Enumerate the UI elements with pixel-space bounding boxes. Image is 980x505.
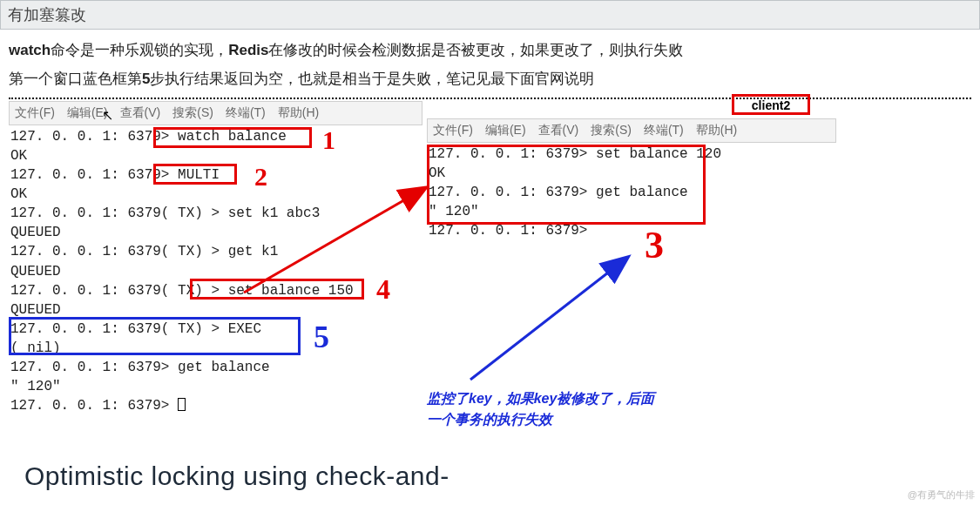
line: OK bbox=[10, 148, 27, 164]
page-title-bar: 有加塞篡改 bbox=[0, 0, 980, 30]
menu-term[interactable]: 终端(T) bbox=[226, 105, 266, 121]
line: QUEUED bbox=[10, 302, 61, 318]
menu-view[interactable]: 查看(V) bbox=[538, 123, 579, 138]
desc-line-1: watch命令是一种乐观锁的实现，Redis在修改的时候会检测数据是否被更改，如… bbox=[9, 40, 971, 60]
note-line-2: 一个事务的执行失效 bbox=[427, 409, 654, 430]
box-multi bbox=[153, 164, 237, 185]
box-watch-balance bbox=[153, 127, 312, 148]
terminal-client1: 文件(F) 编辑(E) 查看(V) 搜索(S) 终端(T) 帮助(H) ↖ 12… bbox=[9, 101, 422, 415]
box-exec-nil bbox=[9, 317, 301, 355]
line: " 120" bbox=[10, 379, 61, 394]
client2-label: client2 bbox=[752, 98, 790, 112]
anno-num-3: 3 bbox=[645, 223, 664, 267]
menu-file[interactable]: 文件(F) bbox=[15, 105, 55, 121]
menu-edit[interactable]: 编辑(E) bbox=[485, 123, 526, 138]
box-set-balance-150 bbox=[190, 279, 364, 300]
menu-view[interactable]: 查看(V) bbox=[120, 105, 161, 121]
line: 127. 0. 0. 1: 6379> get balance bbox=[10, 360, 270, 375]
box-client2-output bbox=[427, 145, 706, 225]
menu-term[interactable]: 终端(T) bbox=[644, 123, 684, 138]
note-text: 监控了key，如果key被修改了，后面 一个事务的执行失效 bbox=[427, 388, 654, 430]
desc-line-2: 第一个窗口蓝色框第5步执行结果返回为空，也就是相当于是失败，笔记见最下面官网说明 bbox=[9, 69, 971, 89]
line: 127. 0. 0. 1: 6379( TX) > set k1 abc3 bbox=[10, 205, 320, 221]
line: 127. 0. 0. 1: 6379> bbox=[429, 223, 587, 239]
line: OK bbox=[10, 186, 27, 202]
line: 127. 0. 0. 1: 6379> bbox=[10, 398, 178, 414]
menubar-left: 文件(F) 编辑(E) 查看(V) 搜索(S) 终端(T) 帮助(H) ↖ bbox=[9, 101, 422, 125]
svg-line-1 bbox=[470, 258, 627, 380]
kw-watch: watch bbox=[9, 42, 51, 58]
kw-redis: Redis bbox=[228, 42, 268, 58]
note-line-1: 监控了key，如果key被修改了，后面 bbox=[427, 388, 654, 409]
menu-help[interactable]: 帮助(H) bbox=[278, 105, 319, 121]
page-title: 有加塞篡改 bbox=[8, 6, 86, 24]
menu-file[interactable]: 文件(F) bbox=[433, 123, 473, 138]
anno-num-5: 5 bbox=[314, 319, 329, 355]
mouse-cursor-icon: ↖ bbox=[102, 107, 113, 124]
text-cursor-icon bbox=[178, 398, 186, 411]
watermark: @有勇气的牛排 bbox=[908, 488, 975, 502]
terminals-area: 文件(F) 编辑(E) 查看(V) 搜索(S) 终端(T) 帮助(H) ↖ 12… bbox=[0, 101, 980, 432]
line: QUEUED bbox=[10, 225, 61, 240]
menu-search[interactable]: 搜索(S) bbox=[591, 123, 632, 138]
menu-search[interactable]: 搜索(S) bbox=[172, 105, 213, 121]
line: 127. 0. 0. 1: 6379( TX) > get k1 bbox=[10, 244, 278, 259]
line: QUEUED bbox=[10, 264, 61, 279]
description-block: watch命令是一种乐观锁的实现，Redis在修改的时候会检测数据是否被更改，如… bbox=[0, 30, 980, 94]
footer-heading: Optimistic locking using check-and- bbox=[24, 461, 449, 491]
divider-dots bbox=[9, 98, 971, 99]
anno-num-1: 1 bbox=[322, 125, 335, 155]
menubar-right: 文件(F) 编辑(E) 查看(V) 搜索(S) 终端(T) 帮助(H) bbox=[427, 118, 836, 143]
anno-num-4: 4 bbox=[376, 273, 390, 306]
menu-help[interactable]: 帮助(H) bbox=[696, 123, 737, 138]
anno-num-2: 2 bbox=[254, 162, 267, 192]
client2-label-box: client2 bbox=[732, 94, 810, 115]
